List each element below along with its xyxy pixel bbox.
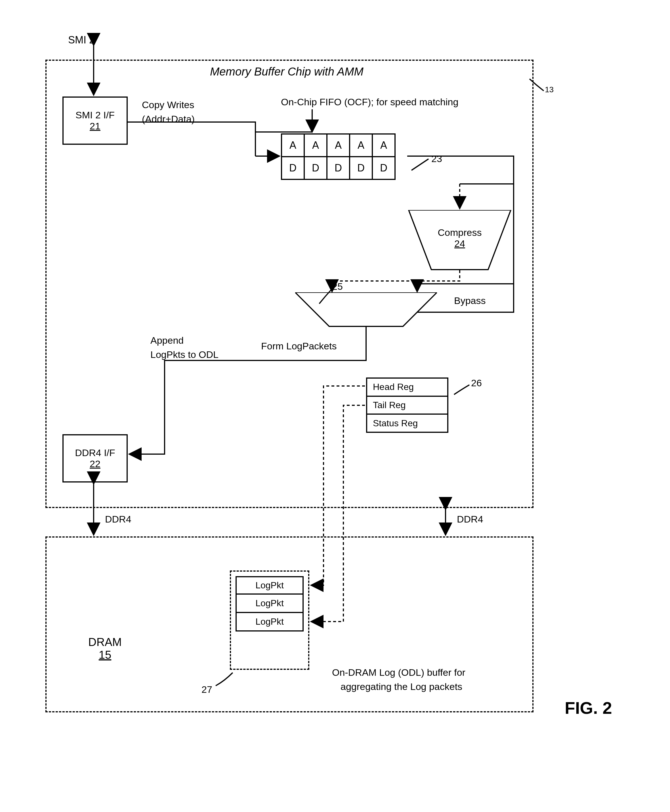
ocf-label: On-Chip FIFO (OCF); for speed matching <box>281 96 458 108</box>
mux-ref: 25 <box>332 281 343 292</box>
ocf-ref: 23 <box>431 153 442 164</box>
logpkt-2: LogPkt <box>235 613 304 631</box>
bypass-label: Bypass <box>454 295 486 306</box>
fifo-a-2: A <box>327 134 350 157</box>
ddr4-left-label: DDR4 <box>105 514 131 525</box>
svg-marker-1 <box>295 292 437 326</box>
smi2-if-box: SMI 2 I/F 21 <box>63 96 128 145</box>
regs-box: Head Reg Tail Reg Status Reg <box>366 377 448 433</box>
fifo-d-2: D <box>327 157 350 179</box>
append-l2: LogPkts to ODL <box>151 349 218 360</box>
odl-ref: 27 <box>201 684 212 695</box>
compress-name: Compress <box>438 227 482 238</box>
fifo-a-4: A <box>372 134 395 157</box>
fifo-d-1: D <box>304 157 327 179</box>
append-l1: Append <box>151 335 184 346</box>
ddr4-right-label: DDR4 <box>457 514 483 525</box>
diagram-canvas: Memory Buffer Chip with AMM 13 SMI 2 SMI… <box>11 11 659 801</box>
smi2-external-label: SMI 2 <box>68 34 95 46</box>
head-reg: Head Reg <box>367 379 447 397</box>
fifo-a-0: A <box>281 134 304 157</box>
odl-desc-l2: aggregating the Log packets <box>340 681 462 692</box>
ddr4-if-name: DDR4 I/F <box>75 447 115 458</box>
odl-desc-l1: On-DRAM Log (ODL) buffer for <box>332 667 465 678</box>
figure-label: FIG. 2 <box>565 698 612 718</box>
chip-title: Memory Buffer Chip with AMM <box>210 65 364 78</box>
regs-ref: 26 <box>471 377 482 389</box>
fifo-a-1: A <box>304 134 327 157</box>
compress-ref: 24 <box>454 238 465 249</box>
status-reg: Status Reg <box>367 414 447 432</box>
ddr4-if-ref: 22 <box>90 458 100 469</box>
fifo-d-4: D <box>372 157 395 179</box>
dram-name: DRAM <box>88 636 122 648</box>
fifo-d-3: D <box>350 157 372 179</box>
logpkt-1: LogPkt <box>235 595 304 613</box>
chip-ref: 13 <box>545 85 554 94</box>
dram-label: DRAM 15 <box>77 636 134 661</box>
smi2-if-ref: 21 <box>90 121 100 132</box>
copy-writes-l2: (Addr+Data) <box>142 113 195 125</box>
copy-writes-l1: Copy Writes <box>142 99 195 110</box>
logpkt-0: LogPkt <box>235 576 304 595</box>
compress-label: Compress 24 <box>431 227 488 249</box>
fifo-table: A A A A A D D D D D <box>281 134 396 180</box>
mux-trapezoid <box>295 292 437 329</box>
fifo-d-0: D <box>281 157 304 179</box>
ddr4-if-box: DDR4 I/F 22 <box>63 434 128 482</box>
smi2-if-name: SMI 2 I/F <box>76 110 115 121</box>
tail-reg: Tail Reg <box>367 397 447 415</box>
form-logpackets: Form LogPackets <box>261 340 337 352</box>
fifo-a-3: A <box>350 134 372 157</box>
dram-ref: 15 <box>99 648 112 661</box>
